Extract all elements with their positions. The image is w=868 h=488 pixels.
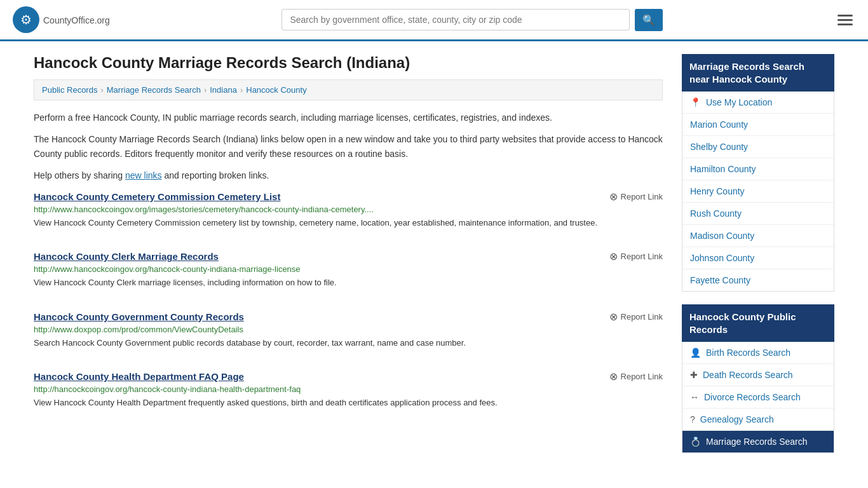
search-area: 🔍 [281,9,663,31]
result-title-0[interactable]: Hancock County Cemetery Commission Cemet… [34,191,280,202]
breadcrumb-sep-3: › [240,85,243,95]
pr-link-3[interactable]: Genealogy Search [700,414,774,424]
result-item: Hancock County Government County Records… [34,311,663,356]
result-title-3[interactable]: Hancock County Health Department FAQ Pag… [34,371,244,382]
result-url-3[interactable]: http://hancockcoingov.org/hancock-county… [34,384,663,394]
logo-suffix: .org [95,15,110,25]
result-url-1[interactable]: http://www.hancockcoingov.org/hancock-co… [34,264,663,274]
result-title-row: Hancock County Government County Records… [34,311,663,323]
result-title-2[interactable]: Hancock County Government County Records [34,311,244,322]
description-2: The Hancock County Marriage Records Sear… [34,132,663,161]
nearby-county-link-0[interactable]: Marion County [690,119,748,130]
report-label-2: Report Link [621,312,663,322]
logo-name: CountyOffice [43,15,95,25]
public-records-list: 👤 Birth Records Search ✚ Death Records S… [682,342,834,453]
result-item: Hancock County Health Department FAQ Pag… [34,370,663,416]
left-column: Hancock County Marriage Records Search (… [34,54,663,466]
report-label-0: Report Link [621,192,663,201]
description-1: Perform a free Hancock County, IN public… [34,111,663,125]
public-records-item-4[interactable]: 💍 Marriage Records Search [682,431,834,452]
public-records-item-1[interactable]: ✚ Death Records Search [682,364,834,386]
logo-area: ⚙ CountyOffice.org [13,6,110,33]
report-icon-3: ⊗ [609,370,618,383]
breadcrumb-sep-2: › [204,85,207,95]
nearby-list: 📍 Use My Location Marion CountyShelby Co… [682,92,834,292]
result-desc-3: View Hancock County Health Department fr… [34,396,663,409]
breadcrumb: Public Records › Marriage Records Search… [34,79,663,100]
pr-link-2[interactable]: Divorce Records Search [704,392,801,402]
desc3-before: Help others by sharing [34,170,125,180]
breadcrumb-link-indiana[interactable]: Indiana [210,85,237,95]
location-pin-icon: 📍 [690,97,701,107]
nearby-county-link-1[interactable]: Shelby County [690,142,748,152]
nearby-section: Marriage Records Search near Hancock Cou… [682,54,834,292]
nearby-header: Marriage Records Search near Hancock Cou… [682,54,834,92]
nearby-county-link-4[interactable]: Rush County [690,208,742,219]
desc3-after: and reporting broken links. [162,170,269,180]
result-desc-0: View Hancock County Cemetery Commission … [34,217,663,229]
search-input[interactable] [281,9,630,30]
public-records-item-0[interactable]: 👤 Birth Records Search [682,342,834,364]
report-label-1: Report Link [621,252,663,261]
public-records-item-2[interactable]: ↔ Divorce Records Search [682,386,834,409]
result-url-0[interactable]: http://www.hancockcoingov.org/images/sto… [34,205,663,214]
pr-icon-1: ✚ [690,370,698,380]
result-desc-2: Search Hancock County Government public … [34,337,663,349]
breadcrumb-link-public-records[interactable]: Public Records [42,85,97,95]
report-icon-1: ⊗ [609,250,618,262]
breadcrumb-sep-1: › [100,85,103,95]
result-title-1[interactable]: Hancock County Clerk Marriage Records [34,251,219,262]
header: ⚙ CountyOffice.org 🔍 [0,0,868,41]
nearby-county-link-2[interactable]: Hamilton County [690,164,756,174]
nearby-county-item-0[interactable]: Marion County [682,114,834,136]
breadcrumb-link-marriage-records[interactable]: Marriage Records Search [107,85,201,95]
description-3: Help others by sharing new links and rep… [34,168,663,182]
nearby-county-item-6[interactable]: Johnson County [682,247,834,269]
nearby-county-link-7[interactable]: Fayette County [690,275,750,285]
nearby-counties-list: Marion CountyShelby CountyHamilton Count… [682,114,834,291]
nearby-county-item-1[interactable]: Shelby County [682,136,834,158]
pr-link-0[interactable]: Birth Records Search [706,348,790,358]
nearby-county-link-6[interactable]: Johnson County [690,253,754,263]
results-list: Hancock County Cemetery Commission Cemet… [34,191,663,416]
public-records-header: Hancock County Public Records [682,304,834,342]
use-location-item[interactable]: 📍 Use My Location [682,92,834,114]
right-column: Marriage Records Search near Hancock Cou… [682,54,834,466]
report-icon-2: ⊗ [609,311,618,323]
use-location-link[interactable]: Use My Location [706,97,772,107]
pr-icon-0: 👤 [690,348,701,358]
logo-icon: ⚙ [13,6,39,33]
result-desc-1: View Hancock County Clerk marriage licen… [34,276,663,289]
breadcrumb-link-hancock[interactable]: Hancock County [246,85,306,95]
search-button[interactable]: 🔍 [635,9,663,31]
result-title-row: Hancock County Health Department FAQ Pag… [34,370,663,383]
report-link-3[interactable]: ⊗ Report Link [609,370,663,383]
nearby-county-item-2[interactable]: Hamilton County [682,158,834,180]
menu-button[interactable] [835,12,855,28]
pr-icon-2: ↔ [690,392,699,402]
report-link-2[interactable]: ⊗ Report Link [609,311,663,323]
report-label-3: Report Link [621,372,663,381]
result-title-row: Hancock County Clerk Marriage Records ⊗ … [34,250,663,262]
nearby-county-link-3[interactable]: Henry County [690,186,745,196]
result-item: Hancock County Cemetery Commission Cemet… [34,191,663,236]
new-links-link[interactable]: new links [125,170,162,180]
public-records-items: 👤 Birth Records Search ✚ Death Records S… [682,342,834,452]
pr-link-1[interactable]: Death Records Search [703,370,793,380]
pr-icon-3: ? [690,414,695,424]
nearby-county-link-5[interactable]: Madison County [690,231,754,241]
report-icon-0: ⊗ [609,191,618,203]
report-link-0[interactable]: ⊗ Report Link [609,191,663,203]
nearby-county-item-4[interactable]: Rush County [682,203,834,225]
nearby-county-item-7[interactable]: Fayette County [682,269,834,291]
main-content: Hancock County Marriage Records Search (… [21,41,847,478]
nearby-county-item-3[interactable]: Henry County [682,180,834,203]
report-link-1[interactable]: ⊗ Report Link [609,250,663,262]
public-records-section: Hancock County Public Records 👤 Birth Re… [682,304,834,453]
logo-text: CountyOffice.org [43,13,110,27]
public-records-item-3[interactable]: ? Genealogy Search [682,409,834,431]
result-url-2[interactable]: http://www.doxpop.com/prod/common/ViewCo… [34,325,663,334]
result-title-row: Hancock County Cemetery Commission Cemet… [34,191,663,203]
pr-link-4[interactable]: Marriage Records Search [706,437,808,447]
nearby-county-item-5[interactable]: Madison County [682,225,834,247]
